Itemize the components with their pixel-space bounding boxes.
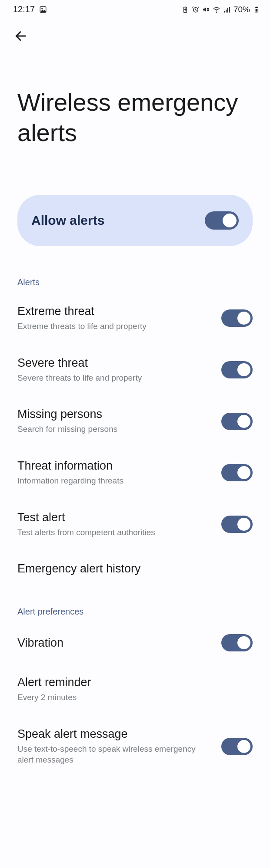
severe-threat-toggle[interactable] — [221, 361, 253, 378]
allow-alerts-label: Allow alerts — [31, 213, 104, 228]
signal-icon — [223, 6, 231, 13]
svg-rect-10 — [256, 9, 258, 11]
severe-threat-sub: Severe threats to life and property — [17, 372, 213, 384]
alert-reminder-row[interactable]: Alert reminder Every 2 minutes — [0, 664, 270, 715]
status-bar: 12:17 70% — [0, 0, 270, 17]
vibration-title: Vibration — [17, 636, 213, 650]
alert-reminder-title: Alert reminder — [17, 676, 253, 689]
missing-persons-toggle[interactable] — [221, 413, 253, 430]
test-alert-toggle[interactable] — [221, 516, 253, 533]
wifi-icon — [213, 6, 220, 13]
allow-alerts-toggle[interactable] — [205, 211, 239, 230]
battery-percent: 70% — [233, 5, 250, 14]
svg-rect-9 — [256, 7, 257, 7]
threat-info-sub: Information regarding threats — [17, 475, 213, 487]
speak-alert-title: Speak alert message — [17, 727, 213, 741]
section-header-alerts: Alerts — [0, 246, 270, 293]
svg-rect-7 — [229, 7, 230, 13]
svg-rect-5 — [226, 10, 227, 13]
emergency-history-row[interactable]: Emergency alert history — [0, 550, 270, 588]
extreme-threat-toggle[interactable] — [221, 309, 253, 327]
missing-persons-title: Missing persons — [17, 408, 213, 421]
severe-threat-row[interactable]: Severe threat Severe threats to life and… — [0, 344, 270, 396]
battery-saver-icon — [181, 6, 189, 13]
alert-reminder-sub: Every 2 minutes — [17, 692, 253, 703]
vibration-toggle[interactable] — [221, 634, 253, 651]
svg-rect-4 — [224, 11, 225, 13]
test-alert-title: Test alert — [17, 511, 213, 524]
missing-persons-row[interactable]: Missing persons Search for missing perso… — [0, 395, 270, 447]
volume-mute-icon — [202, 6, 210, 13]
extreme-threat-row[interactable]: Extreme threat Extreme threats to life a… — [0, 293, 270, 344]
status-time: 12:17 — [13, 4, 35, 14]
svg-point-1 — [41, 8, 43, 9]
page-title: Wireless emergency alerts — [0, 48, 270, 152]
emergency-history-title: Emergency alert history — [17, 562, 253, 575]
back-button[interactable] — [12, 27, 30, 45]
test-alert-sub: Test alerts from competent authorities — [17, 527, 213, 538]
threat-info-row[interactable]: Threat information Information regarding… — [0, 447, 270, 499]
alarm-icon — [192, 6, 200, 13]
extreme-threat-sub: Extreme threats to life and property — [17, 321, 213, 332]
svg-point-3 — [216, 12, 217, 13]
missing-persons-sub: Search for missing persons — [17, 424, 213, 435]
extreme-threat-title: Extreme threat — [17, 305, 213, 318]
svg-rect-6 — [227, 8, 228, 13]
test-alert-row[interactable]: Test alert Test alerts from competent au… — [0, 499, 270, 550]
speak-alert-sub: Use text-to-speech to speak wireless eme… — [17, 743, 213, 766]
threat-info-toggle[interactable] — [221, 464, 253, 481]
vibration-row[interactable]: Vibration — [0, 622, 270, 664]
section-header-prefs: Alert preferences — [0, 588, 270, 622]
battery-icon — [253, 6, 260, 13]
image-indicator-icon — [39, 6, 47, 13]
speak-alert-row[interactable]: Speak alert message Use text-to-speech t… — [0, 715, 270, 778]
severe-threat-title: Severe threat — [17, 356, 213, 370]
allow-alerts-row[interactable]: Allow alerts — [17, 195, 253, 246]
speak-alert-toggle[interactable] — [221, 738, 253, 755]
threat-info-title: Threat information — [17, 459, 213, 473]
arrow-left-icon — [14, 29, 28, 43]
